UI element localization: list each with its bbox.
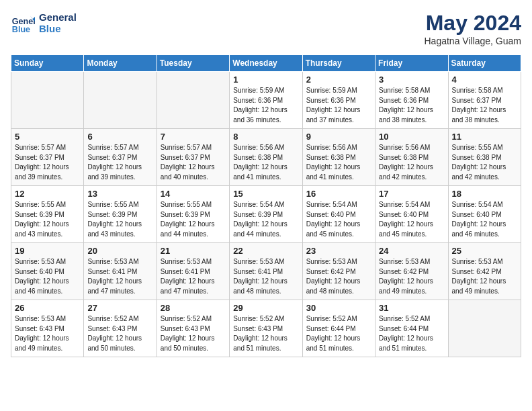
day-info: Sunrise: 5:54 AMSunset: 6:39 PMDaylight:… (233, 200, 298, 239)
calendar-cell: 15Sunrise: 5:54 AMSunset: 6:39 PMDayligh… (230, 186, 302, 243)
day-info: Sunrise: 5:53 AMSunset: 6:41 PMDaylight:… (87, 257, 152, 296)
calendar-cell: 1Sunrise: 5:59 AMSunset: 6:36 PMDaylight… (230, 72, 302, 129)
calendar-cell: 26Sunrise: 5:53 AMSunset: 6:43 PMDayligh… (11, 300, 84, 357)
calendar-week-row: 5Sunrise: 5:57 AMSunset: 6:37 PMDaylight… (11, 129, 521, 186)
day-number: 24 (379, 246, 444, 256)
day-number: 30 (306, 303, 371, 313)
day-info: Sunrise: 5:57 AMSunset: 6:37 PMDaylight:… (161, 143, 226, 182)
day-number: 6 (87, 132, 152, 142)
calendar-cell: 2Sunrise: 5:59 AMSunset: 6:36 PMDaylight… (302, 72, 375, 129)
logo: General Blue General Blue (11, 11, 77, 35)
day-info: Sunrise: 5:57 AMSunset: 6:37 PMDaylight:… (87, 143, 152, 182)
day-info: Sunrise: 5:53 AMSunset: 6:42 PMDaylight:… (452, 257, 517, 296)
day-info: Sunrise: 5:55 AMSunset: 6:39 PMDaylight:… (87, 200, 152, 239)
day-info: Sunrise: 5:58 AMSunset: 6:36 PMDaylight:… (379, 86, 444, 125)
calendar-cell: 25Sunrise: 5:53 AMSunset: 6:42 PMDayligh… (448, 243, 521, 300)
day-number: 2 (306, 75, 371, 85)
day-number: 13 (87, 189, 152, 199)
day-info: Sunrise: 5:53 AMSunset: 6:40 PMDaylight:… (15, 257, 80, 296)
calendar-cell (157, 72, 229, 129)
day-info: Sunrise: 5:56 AMSunset: 6:38 PMDaylight:… (306, 143, 371, 182)
calendar-cell (11, 72, 84, 129)
weekday-header-thursday: Thursday (302, 55, 375, 72)
day-number: 12 (15, 189, 80, 199)
calendar-cell: 30Sunrise: 5:52 AMSunset: 6:44 PMDayligh… (302, 300, 375, 357)
weekday-header-wednesday: Wednesday (230, 55, 302, 72)
day-info: Sunrise: 5:54 AMSunset: 6:40 PMDaylight:… (306, 200, 371, 239)
logo-blue: Blue (39, 23, 77, 34)
day-number: 15 (233, 189, 298, 199)
weekday-header-saturday: Saturday (448, 55, 521, 72)
calendar-cell: 7Sunrise: 5:57 AMSunset: 6:37 PMDaylight… (157, 129, 229, 186)
day-number: 31 (379, 303, 444, 313)
day-number: 22 (233, 246, 298, 256)
month-title: May 2024 (425, 11, 522, 36)
day-number: 20 (87, 246, 152, 256)
day-info: Sunrise: 5:56 AMSunset: 6:38 PMDaylight:… (233, 143, 298, 182)
day-number: 28 (161, 303, 226, 313)
title-block: May 2024 Hagatna Village, Guam (425, 11, 522, 46)
day-info: Sunrise: 5:54 AMSunset: 6:40 PMDaylight:… (452, 200, 517, 239)
day-info: Sunrise: 5:54 AMSunset: 6:40 PMDaylight:… (379, 200, 444, 239)
calendar-cell: 22Sunrise: 5:53 AMSunset: 6:41 PMDayligh… (230, 243, 302, 300)
day-info: Sunrise: 5:52 AMSunset: 6:44 PMDaylight:… (379, 314, 444, 353)
calendar-week-row: 19Sunrise: 5:53 AMSunset: 6:40 PMDayligh… (11, 243, 521, 300)
day-info: Sunrise: 5:53 AMSunset: 6:42 PMDaylight:… (379, 257, 444, 296)
day-number: 1 (233, 75, 298, 85)
day-info: Sunrise: 5:58 AMSunset: 6:37 PMDaylight:… (452, 86, 517, 125)
calendar-cell: 5Sunrise: 5:57 AMSunset: 6:37 PMDaylight… (11, 129, 84, 186)
logo-general: General (39, 11, 77, 23)
day-number: 19 (15, 246, 80, 256)
calendar-cell: 24Sunrise: 5:53 AMSunset: 6:42 PMDayligh… (375, 243, 448, 300)
day-number: 26 (15, 303, 80, 313)
calendar-cell: 20Sunrise: 5:53 AMSunset: 6:41 PMDayligh… (84, 243, 157, 300)
calendar-week-row: 12Sunrise: 5:55 AMSunset: 6:39 PMDayligh… (11, 186, 521, 243)
day-info: Sunrise: 5:59 AMSunset: 6:36 PMDaylight:… (233, 86, 298, 125)
calendar-cell (84, 72, 157, 129)
day-info: Sunrise: 5:55 AMSunset: 6:39 PMDaylight:… (15, 200, 80, 239)
calendar-cell: 4Sunrise: 5:58 AMSunset: 6:37 PMDaylight… (448, 72, 521, 129)
calendar-table: SundayMondayTuesdayWednesdayThursdayFrid… (11, 54, 521, 357)
day-number: 25 (452, 246, 517, 256)
day-number: 14 (161, 189, 226, 199)
weekday-header-row: SundayMondayTuesdayWednesdayThursdayFrid… (11, 55, 521, 72)
day-number: 17 (379, 189, 444, 199)
day-number: 23 (306, 246, 371, 256)
day-info: Sunrise: 5:55 AMSunset: 6:38 PMDaylight:… (452, 143, 517, 182)
calendar-cell: 23Sunrise: 5:53 AMSunset: 6:42 PMDayligh… (302, 243, 375, 300)
weekday-header-monday: Monday (84, 55, 157, 72)
day-number: 7 (161, 132, 226, 142)
day-info: Sunrise: 5:53 AMSunset: 6:42 PMDaylight:… (306, 257, 371, 296)
day-info: Sunrise: 5:52 AMSunset: 6:43 PMDaylight:… (87, 314, 152, 353)
day-info: Sunrise: 5:55 AMSunset: 6:39 PMDaylight:… (161, 200, 226, 239)
day-info: Sunrise: 5:52 AMSunset: 6:43 PMDaylight:… (233, 314, 298, 353)
day-info: Sunrise: 5:53 AMSunset: 6:43 PMDaylight:… (15, 314, 80, 353)
location-subtitle: Hagatna Village, Guam (425, 36, 522, 46)
calendar-cell: 19Sunrise: 5:53 AMSunset: 6:40 PMDayligh… (11, 243, 84, 300)
day-number: 3 (379, 75, 444, 85)
day-info: Sunrise: 5:56 AMSunset: 6:38 PMDaylight:… (379, 143, 444, 182)
day-number: 5 (15, 132, 80, 142)
day-number: 9 (306, 132, 371, 142)
day-number: 10 (379, 132, 444, 142)
calendar-cell: 16Sunrise: 5:54 AMSunset: 6:40 PMDayligh… (302, 186, 375, 243)
day-number: 8 (233, 132, 298, 142)
day-info: Sunrise: 5:53 AMSunset: 6:41 PMDaylight:… (233, 257, 298, 296)
day-info: Sunrise: 5:53 AMSunset: 6:41 PMDaylight:… (161, 257, 226, 296)
calendar-week-row: 1Sunrise: 5:59 AMSunset: 6:36 PMDaylight… (11, 72, 521, 129)
day-number: 29 (233, 303, 298, 313)
weekday-header-sunday: Sunday (11, 55, 84, 72)
day-info: Sunrise: 5:57 AMSunset: 6:37 PMDaylight:… (15, 143, 80, 182)
day-number: 27 (87, 303, 152, 313)
calendar-cell: 14Sunrise: 5:55 AMSunset: 6:39 PMDayligh… (157, 186, 229, 243)
calendar-week-row: 26Sunrise: 5:53 AMSunset: 6:43 PMDayligh… (11, 300, 521, 357)
calendar-cell: 11Sunrise: 5:55 AMSunset: 6:38 PMDayligh… (448, 129, 521, 186)
calendar-cell: 9Sunrise: 5:56 AMSunset: 6:38 PMDaylight… (302, 129, 375, 186)
calendar-cell: 6Sunrise: 5:57 AMSunset: 6:37 PMDaylight… (84, 129, 157, 186)
calendar-cell (448, 300, 521, 357)
day-number: 18 (452, 189, 517, 199)
day-number: 4 (452, 75, 517, 85)
calendar-cell: 3Sunrise: 5:58 AMSunset: 6:36 PMDaylight… (375, 72, 448, 129)
svg-text:Blue: Blue (12, 25, 30, 34)
day-number: 16 (306, 189, 371, 199)
